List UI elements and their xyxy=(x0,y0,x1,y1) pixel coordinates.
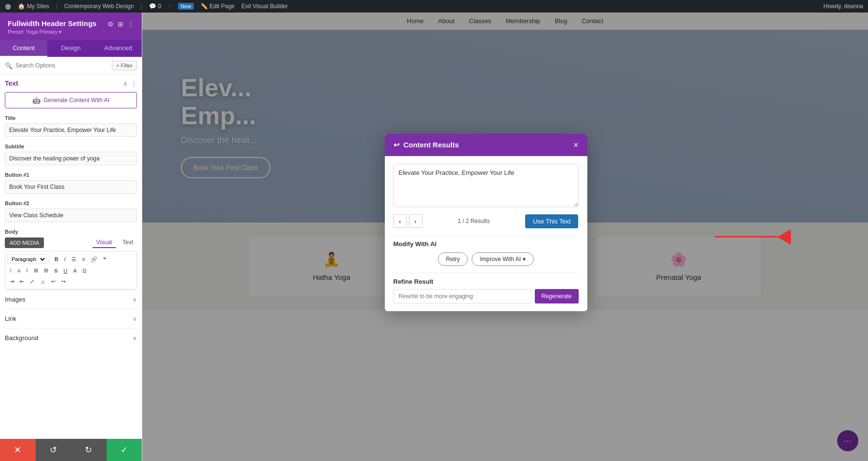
toolbar-row-2: ⫱ ≡ ⫲ ⊞ ⊞ S U A Ω xyxy=(7,265,135,276)
link-section: Link ∨ xyxy=(5,309,137,328)
tab-design[interactable]: Design xyxy=(47,40,95,57)
bold-button[interactable]: B xyxy=(52,255,61,263)
subtitle-input[interactable] xyxy=(5,152,137,165)
undo-button[interactable]: ↺ xyxy=(36,439,71,461)
ol-button[interactable]: ≡ xyxy=(80,255,87,263)
arrow-annotation xyxy=(715,229,791,245)
strike-button[interactable]: S xyxy=(52,266,60,275)
button1-input[interactable] xyxy=(5,180,137,194)
collapse-icon: ∧ xyxy=(123,80,128,87)
redo-editor-button[interactable]: ↪ xyxy=(59,277,68,286)
modify-section: Modify With AI Retry Improve With AI ▾ xyxy=(393,240,579,266)
section-divider-1 xyxy=(393,235,579,236)
outdent-button[interactable]: ⇤ xyxy=(17,277,27,286)
align-right-button[interactable]: ⫲ xyxy=(24,266,30,275)
edit-page-link[interactable]: ✏️ Edit Page xyxy=(201,3,235,10)
content-result-textarea[interactable] xyxy=(393,164,579,207)
panel-title-icons: ⚙ ⊞ ⋮ xyxy=(108,20,134,28)
modify-buttons: Retry Improve With AI ▾ xyxy=(393,252,579,266)
modal-body: ‹ › 1 / 2 Results Use This Text Modify W… xyxy=(385,156,587,311)
toolbar-row-1: Paragraph B I ☰ ≡ 🔗 ❝ xyxy=(7,253,135,265)
exit-visual-builder-link[interactable]: Exit Visual Builder xyxy=(242,3,288,10)
ul-button[interactable]: ☰ xyxy=(69,255,79,264)
button1-field: Button #1 xyxy=(5,172,137,196)
link-section-header[interactable]: Link ∨ xyxy=(5,315,137,322)
wp-logo-icon[interactable]: ⊕ xyxy=(5,2,11,11)
align-left-button[interactable]: ⫱ xyxy=(7,266,14,275)
prev-page-button[interactable]: ‹ xyxy=(393,214,407,228)
special-char-button[interactable]: Ω xyxy=(80,266,89,275)
next-page-button[interactable]: › xyxy=(409,214,422,228)
images-section-title: Images xyxy=(5,296,26,303)
quote-button[interactable]: ❝ xyxy=(101,255,108,264)
howdy-user[interactable]: Howdy, deanna xyxy=(824,3,864,10)
subtitle-field: Subtitle xyxy=(5,144,137,167)
subtitle-label: Subtitle xyxy=(5,144,137,149)
modal-close-button[interactable]: × xyxy=(573,141,579,149)
body-section: Body ADD MEDIA Visual Text Paragraph xyxy=(5,229,137,290)
add-media-button[interactable]: ADD MEDIA xyxy=(5,237,44,248)
filter-button[interactable]: + Filter xyxy=(112,61,137,70)
text-section-title: Text xyxy=(5,79,18,87)
text-color-button[interactable]: A xyxy=(71,266,79,275)
improve-dropdown-icon: ▾ xyxy=(523,256,526,263)
save-button[interactable]: ✓ xyxy=(107,439,142,461)
refine-label: Refine Result xyxy=(393,278,579,285)
pagination-nav: ‹ › xyxy=(393,214,422,228)
panel-tabs: Content Design Advanced xyxy=(0,40,142,57)
tab-advanced[interactable]: Advanced xyxy=(95,40,142,57)
title-label: Title xyxy=(5,115,137,121)
regenerate-button[interactable]: Regenerate xyxy=(535,289,579,303)
background-section-header[interactable]: Background ∨ xyxy=(5,334,137,342)
search-icon: 🔍 xyxy=(5,62,13,69)
site-name-link[interactable]: Contemporary Web Design xyxy=(64,3,134,10)
images-chevron-icon: ∨ xyxy=(133,296,137,303)
align-center-button[interactable]: ≡ xyxy=(15,266,23,275)
fullscreen-button[interactable]: ⤢ xyxy=(27,277,37,286)
settings-icon[interactable]: ⚙ xyxy=(108,20,114,28)
panel-actions: ✕ ↺ ↻ ✓ xyxy=(0,439,142,461)
search-input[interactable] xyxy=(15,62,109,69)
images-section-header[interactable]: Images ∨ xyxy=(5,296,137,303)
wp-admin-bar: ⊕ 🏠 My Sites | Contemporary Web Design |… xyxy=(0,0,868,13)
title-field: Title xyxy=(5,115,137,139)
more-toolbar-button[interactable]: ⊞ xyxy=(41,266,51,275)
redo-button[interactable]: ↻ xyxy=(71,439,107,461)
link-button[interactable]: 🔗 xyxy=(88,255,100,264)
button2-input[interactable] xyxy=(5,209,137,222)
content-results-modal: ↩ Content Results × ‹ › 1 / 2 Results Us… xyxy=(385,134,587,311)
modal-title: ↩ Content Results xyxy=(393,141,459,149)
panel-search: 🔍 + Filter xyxy=(0,57,142,75)
refine-input[interactable] xyxy=(393,289,532,303)
table-button[interactable]: ⊞ xyxy=(31,266,41,275)
panel-header: Fullwidth Header Settings ⚙ ⊞ ⋮ Preset: … xyxy=(0,13,142,40)
paragraph-select[interactable]: Paragraph xyxy=(7,254,47,264)
use-this-text-button[interactable]: Use This Text xyxy=(525,214,578,228)
editor-tab-visual[interactable]: Visual xyxy=(93,237,116,248)
undo-editor-button[interactable]: ↩ xyxy=(49,277,58,286)
improve-with-ai-button[interactable]: Improve With AI ▾ xyxy=(472,252,534,266)
emoji-button[interactable]: ☺ xyxy=(38,277,48,286)
my-sites-link[interactable]: 🏠 My Sites xyxy=(18,3,49,10)
background-chevron-icon: ∨ xyxy=(133,335,137,342)
indent-button[interactable]: ⇥ xyxy=(7,277,16,286)
title-input[interactable] xyxy=(5,123,137,137)
tab-content[interactable]: Content xyxy=(0,40,47,57)
text-section-toggle[interactable]: ∧ ⋮ xyxy=(123,80,137,87)
admin-bar-right: Howdy, deanna xyxy=(824,3,864,10)
comments-link[interactable]: 💬 0 xyxy=(149,3,162,10)
italic-button[interactable]: I xyxy=(62,255,68,263)
generate-ai-button[interactable]: 🤖 Generate Content With AI xyxy=(5,92,137,108)
button2-field: Button #2 xyxy=(5,200,137,224)
retry-button[interactable]: Retry xyxy=(438,252,468,266)
underline-button[interactable]: U xyxy=(61,266,70,275)
cancel-button[interactable]: ✕ xyxy=(0,439,36,461)
body-label: Body xyxy=(5,229,18,235)
arrow-line xyxy=(715,236,777,237)
more-icon[interactable]: ⋮ xyxy=(127,20,134,28)
new-link[interactable]: New xyxy=(178,3,193,10)
editor-tab-text[interactable]: Text xyxy=(119,237,137,248)
grid-icon[interactable]: ⊞ xyxy=(118,20,123,28)
more-options-icon: ⋮ xyxy=(131,80,137,87)
background-section-title: Background xyxy=(5,334,38,342)
